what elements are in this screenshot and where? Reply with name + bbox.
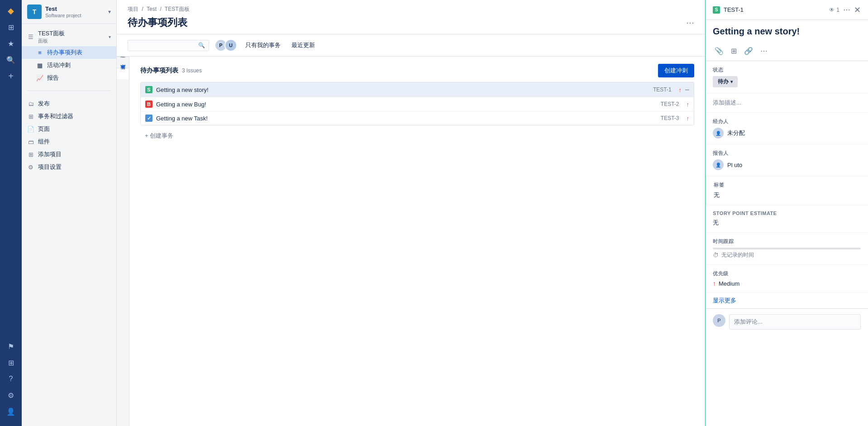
main-content: 项目 / Test / TEST面板 待办事项列表 ⋯ 🔍 P U 只有我的事务…	[117, 0, 705, 426]
labels-section: 标签 无	[706, 176, 868, 205]
time-track-value: ⏱ 无记录的时间	[713, 251, 861, 259]
sidebar: T Test Software project ▾ ☰ TEST面板 面板 ▾ …	[22, 0, 117, 426]
status-section: 状态 待办 ▾	[706, 61, 868, 93]
issue-type-bug-icon: B	[145, 101, 153, 108]
help-icon[interactable]: ?	[4, 372, 18, 386]
description-field[interactable]: 添加描述...	[713, 99, 861, 107]
issue-more-icon[interactable]: –	[685, 86, 689, 94]
sidebar-item-add-item[interactable]: ⊞ 添加项目	[22, 148, 116, 161]
project-type: Software project	[45, 13, 105, 18]
tasks-icon: ⊞	[27, 113, 34, 120]
table-row[interactable]: ✓ Getting a new Task! TEST-3 ↑	[141, 111, 694, 125]
home-icon[interactable]: ⊞	[4, 20, 18, 34]
star-icon[interactable]: ★	[4, 36, 18, 51]
grid-icon[interactable]: ⊞	[4, 355, 18, 370]
sprint-tab[interactable]: 冲刺	[117, 57, 129, 68]
child-issue-button[interactable]: ⊞	[729, 45, 739, 57]
panel-more-button[interactable]: ⋯	[843, 5, 850, 14]
project-chevron-icon: ▾	[108, 9, 111, 15]
flag-icon[interactable]: ⚑	[4, 339, 18, 354]
icon-bar: ◆ ⊞ ★ 🔍 + ⚑ ⊞ ? ⚙ 👤	[0, 0, 22, 426]
labels-value[interactable]: 无	[714, 191, 861, 199]
filter-recent-button[interactable]: 最近更新	[289, 39, 318, 51]
breadcrumb-projects[interactable]: 项目	[128, 6, 138, 12]
time-tracking-section: 时间跟踪 ⏱ 无记录的时间	[706, 233, 868, 265]
priority-icon: ↑	[679, 86, 682, 93]
sidebar-divider	[27, 91, 111, 91]
panel-actions: 📎 ⊞ 🔗 ⋯	[706, 41, 868, 61]
sidebar-group-board[interactable]: ☰ TEST面板 面板 ▾	[22, 28, 116, 46]
priority-value[interactable]: Medium	[719, 280, 739, 287]
backlog-area: 待办事项列表 3 issues 创建冲刺 S Getting a new sto…	[129, 57, 705, 426]
link-button[interactable]: 🔗	[742, 45, 755, 57]
project-settings-icon: ⚙	[27, 164, 34, 171]
search-input[interactable]	[132, 42, 196, 49]
panel-watchers: 👁 1	[829, 7, 839, 13]
project-selector[interactable]: T Test Software project ▾	[22, 0, 116, 24]
sidebar-item-components[interactable]: 🗃 组件	[22, 135, 116, 148]
sidebar-item-settings[interactable]: ⚙ 项目设置	[22, 161, 116, 173]
assignee-section: 经办人 👤 未分配	[706, 113, 868, 144]
issue-type-story-icon: S	[145, 86, 153, 93]
toolbar: 🔍 P U 只有我的事务 最近更新	[117, 34, 705, 57]
sidebar-item-release[interactable]: 🗂 发布	[22, 97, 116, 110]
priority-section: 优先级 ↑ Medium	[706, 265, 868, 293]
create-issue-button[interactable]: + 创建事务	[140, 129, 178, 143]
reporter-avatar: 👤	[713, 159, 724, 170]
sidebar-item-pages[interactable]: 📄 页面	[22, 123, 116, 135]
status-badge[interactable]: 待办 ▾	[713, 76, 738, 87]
plus-icon[interactable]: +	[4, 69, 18, 83]
sidebar-group-chevron-icon: ▾	[109, 34, 111, 39]
sidebar-item-tasks[interactable]: ⊞ 事务和过滤器	[22, 110, 116, 123]
table-row[interactable]: B Getting a new Bug! TEST-2 ↑	[141, 97, 694, 111]
user-icon[interactable]: 👤	[4, 404, 18, 419]
show-more-button[interactable]: 显示更多	[706, 293, 868, 308]
comment-input[interactable]: 添加评论...	[729, 314, 861, 330]
backlog-title: 待办事项列表	[140, 67, 178, 75]
header-more-button[interactable]: ⋯	[686, 18, 694, 28]
attachment-button[interactable]: 📎	[713, 45, 725, 57]
sidebar-item-backlog[interactable]: ≡ 待办事项列表	[22, 46, 116, 59]
settings-icon[interactable]: ⚙	[4, 388, 18, 402]
panel-close-button[interactable]: ✕	[854, 6, 861, 14]
future-version-tab[interactable]: 未来版本	[117, 68, 129, 79]
assignee-label: 经办人	[713, 118, 861, 125]
comment-area: P 添加评论...	[706, 308, 868, 335]
table-row[interactable]: S Getting a new story! TEST-1 ↑ –	[141, 82, 694, 97]
story-points-section: STORY POINT ESTIMATE 无	[706, 205, 868, 233]
issue-summary: Getting a new story!	[156, 86, 649, 93]
priority-icon: ↑	[687, 115, 690, 122]
filter-my-tasks-button[interactable]: 只有我的事务	[243, 39, 283, 51]
breadcrumb-board[interactable]: TEST面板	[165, 6, 190, 12]
watch-icon: 👁	[829, 7, 835, 13]
issue-summary: Getting a new Task!	[156, 115, 657, 122]
panel-title: Getting a new story!	[706, 20, 868, 41]
components-icon: 🗃	[27, 139, 34, 145]
search-icon: 🔍	[198, 42, 205, 48]
search-icon[interactable]: 🔍	[4, 53, 18, 67]
priority-label: 优先级	[713, 270, 861, 277]
time-track-bar	[713, 248, 861, 249]
panel-actions-more-button[interactable]: ⋯	[758, 45, 769, 57]
search-box[interactable]: 🔍	[128, 40, 209, 51]
story-points-label: STORY POINT ESTIMATE	[713, 211, 861, 216]
breadcrumb: 项目 / Test / TEST面板	[128, 5, 694, 13]
breadcrumb-test[interactable]: Test	[147, 6, 157, 12]
sidebar-item-reports[interactable]: 📈 报告	[22, 72, 116, 84]
status-chevron-icon: ▾	[730, 79, 733, 84]
issue-key: TEST-3	[661, 115, 679, 121]
assignee-value[interactable]: 未分配	[727, 129, 745, 137]
logo-icon[interactable]: ◆	[4, 4, 18, 18]
issue-type-task-icon: ✓	[145, 115, 153, 122]
reports-icon: 📈	[36, 75, 43, 81]
status-label: 状态	[713, 67, 861, 73]
story-points-value[interactable]: 无	[713, 219, 861, 227]
avatar-2[interactable]: U	[224, 39, 237, 52]
panel-issue-key: TEST-1	[724, 6, 744, 13]
sidebar-item-sprint[interactable]: ▦ 活动冲刺	[22, 59, 116, 72]
create-sprint-button[interactable]: 创建冲刺	[658, 64, 694, 77]
avatar-group: P U	[215, 39, 237, 52]
priority-icon: ↑	[687, 101, 690, 108]
issue-key: TEST-1	[653, 86, 672, 93]
project-name: Test	[45, 5, 105, 13]
